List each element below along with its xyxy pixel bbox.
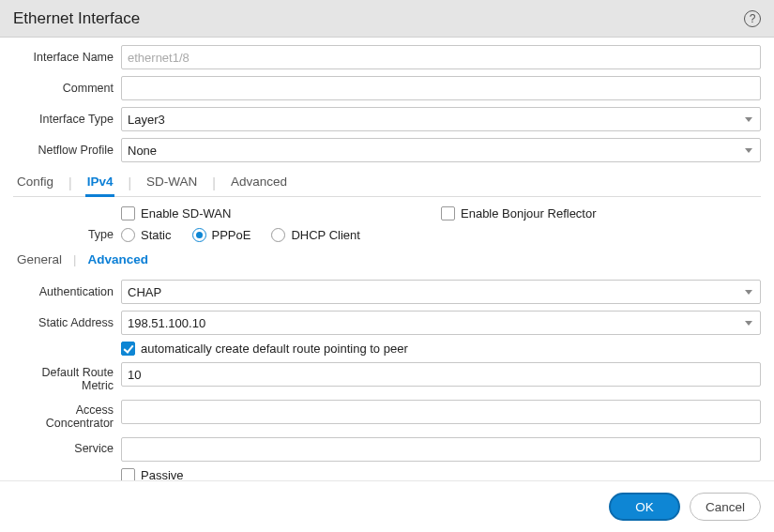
access-concentrator-input[interactable] bbox=[121, 400, 761, 424]
passive-label: Passive bbox=[141, 468, 184, 481]
radio-icon bbox=[192, 228, 206, 242]
tab-advanced[interactable]: Advanced bbox=[229, 169, 289, 197]
chevron-down-icon bbox=[745, 290, 752, 295]
dialog-titlebar: Ethernet Interface ? bbox=[0, 0, 774, 38]
type-static-radio[interactable]: Static bbox=[121, 228, 172, 242]
ok-button[interactable]: OK bbox=[609, 493, 680, 521]
static-address-select[interactable]: 198.51.100.10 bbox=[121, 311, 761, 335]
enable-bonjour-checkbox[interactable]: Enable Bonjour Reflector bbox=[441, 206, 761, 220]
type-dhcp-label: DHCP Client bbox=[291, 228, 359, 242]
type-static-label: Static bbox=[141, 228, 172, 242]
tab-separator: | bbox=[68, 175, 72, 190]
passive-checkbox[interactable]: Passive bbox=[121, 468, 761, 481]
access-concentrator-label: Access Concentrator bbox=[13, 400, 121, 431]
interface-type-value: Layer3 bbox=[128, 113, 165, 127]
interface-type-select[interactable]: Layer3 bbox=[121, 107, 761, 131]
tab-separator: | bbox=[212, 175, 216, 190]
enable-bonjour-label: Enable Bonjour Reflector bbox=[461, 206, 597, 220]
type-label: Type bbox=[13, 228, 121, 241]
comment-label: Comment bbox=[13, 82, 121, 95]
radio-icon bbox=[271, 228, 285, 242]
static-address-value: 198.51.100.10 bbox=[128, 316, 205, 330]
help-icon[interactable]: ? bbox=[744, 10, 761, 27]
dialog-footer: OK Cancel bbox=[0, 480, 774, 532]
checkbox-icon bbox=[121, 468, 135, 481]
type-pppoe-label: PPPoE bbox=[212, 228, 251, 242]
radio-icon bbox=[121, 228, 135, 242]
static-address-label: Static Address bbox=[13, 316, 121, 329]
authentication-value: CHAP bbox=[128, 285, 161, 299]
netflow-profile-select[interactable]: None bbox=[121, 138, 761, 162]
checkbox-icon bbox=[121, 206, 135, 220]
default-route-metric-input[interactable] bbox=[121, 362, 761, 387]
enable-sdwan-checkbox[interactable]: Enable SD-WAN bbox=[121, 206, 441, 220]
netflow-profile-value: None bbox=[128, 144, 157, 158]
sub-tabs: General | Advanced bbox=[15, 249, 761, 270]
comment-input[interactable] bbox=[121, 76, 761, 100]
tab-separator: | bbox=[73, 252, 76, 266]
tab-ipv4[interactable]: IPv4 bbox=[85, 169, 115, 197]
default-route-metric-label: Default Route Metric bbox=[13, 362, 121, 393]
tab-separator: | bbox=[128, 175, 131, 190]
authentication-label: Authentication bbox=[13, 285, 121, 298]
type-dhcp-radio[interactable]: DHCP Client bbox=[271, 228, 359, 242]
service-label: Service bbox=[13, 442, 121, 455]
netflow-profile-label: Netflow Profile bbox=[13, 144, 121, 157]
chevron-down-icon bbox=[745, 117, 752, 122]
cancel-button[interactable]: Cancel bbox=[690, 493, 761, 521]
main-tabs: Config | IPv4 | SD-WAN | Advanced bbox=[13, 169, 761, 197]
subtab-general[interactable]: General bbox=[15, 249, 64, 270]
type-pppoe-radio[interactable]: PPPoE bbox=[192, 228, 251, 242]
authentication-select[interactable]: CHAP bbox=[121, 280, 761, 304]
type-radio-group: Static PPPoE DHCP Client bbox=[121, 228, 761, 242]
interface-type-label: Interface Type bbox=[13, 113, 121, 126]
dialog-title: Ethernet Interface bbox=[13, 9, 140, 28]
interface-name-label: Interface Name bbox=[13, 51, 121, 64]
chevron-down-icon bbox=[745, 321, 752, 326]
service-input[interactable] bbox=[121, 437, 761, 462]
interface-name-input[interactable] bbox=[121, 45, 761, 69]
subtab-advanced[interactable]: Advanced bbox=[85, 249, 150, 270]
tab-sdwan[interactable]: SD-WAN bbox=[144, 169, 199, 197]
dialog-content: Interface Name Comment Interface Type La… bbox=[0, 38, 774, 480]
auto-default-route-checkbox[interactable]: automatically create default route point… bbox=[121, 342, 761, 356]
chevron-down-icon bbox=[745, 148, 752, 153]
checkbox-icon bbox=[441, 206, 455, 220]
checkbox-icon bbox=[121, 342, 135, 356]
enable-sdwan-label: Enable SD-WAN bbox=[141, 206, 231, 220]
auto-default-route-label: automatically create default route point… bbox=[141, 342, 408, 356]
tab-config[interactable]: Config bbox=[15, 169, 55, 197]
